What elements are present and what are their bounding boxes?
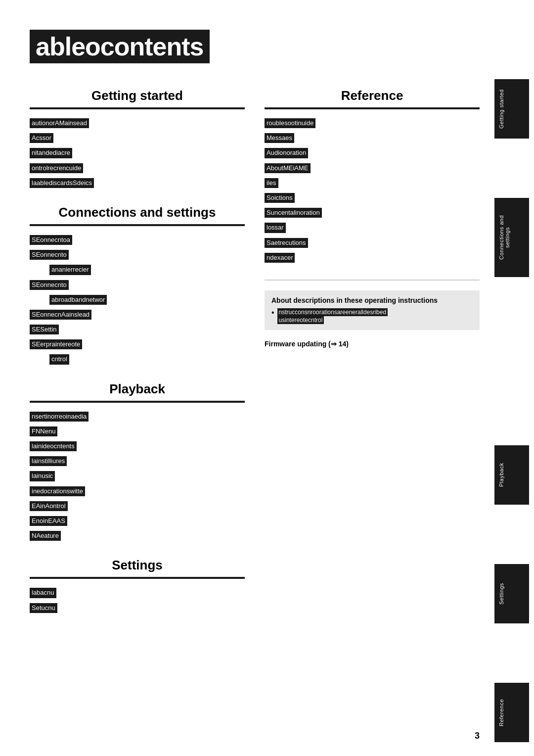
connections-section: Connections and settings SEonnecntoa SEo…: [30, 205, 245, 367]
toc-item: lainstilliures: [30, 456, 245, 468]
toc-item: nitandediacre: [30, 148, 245, 160]
toc-item: SEonnecnto: [30, 250, 245, 262]
main-content: ableocontents Getting started autionorAM…: [30, 0, 480, 660]
list-item: Setucnu: [30, 603, 57, 613]
list-item: inedocrationswitte: [30, 486, 85, 496]
list-item: SEonnecnAainslead: [30, 310, 91, 320]
columns-layout: Getting started autionorAMainsead Acssor…: [30, 88, 480, 630]
right-column: Reference roublesootinuide Messaes Audio…: [265, 88, 480, 630]
toc-item: ontrolrecrencuide: [30, 163, 245, 175]
toc-item: FNNenu: [30, 426, 245, 438]
playback-section: Playback nsertinorreoinaedia FNNenu lain…: [30, 381, 245, 543]
sidebar-tab-playback[interactable]: Playback: [494, 445, 529, 505]
list-item: SEonnecnto: [30, 280, 69, 290]
toc-item: SEonnecnAainslead: [30, 310, 245, 322]
toc-item: AboutMEiAME: [265, 163, 480, 175]
toc-item: Setucnu: [30, 603, 245, 615]
getting-started-header: Getting started: [30, 88, 245, 103]
toc-item-indented: ananierrecier: [30, 265, 245, 277]
info-box: About descriptions in these operating in…: [265, 290, 480, 330]
list-item: lainstilliures: [30, 456, 67, 466]
playback-divider: [30, 401, 245, 403]
list-item: AboutMEiAME: [265, 163, 311, 173]
toc-item: Acssor: [30, 133, 245, 145]
list-item: autionorAMainsead: [30, 118, 89, 128]
list-item: SESettin: [30, 325, 59, 334]
firmware-link: Firmware updating (⇒ 14): [265, 340, 480, 348]
toc-item: EnoinEAAS: [30, 516, 245, 528]
list-item: laablediscardsSdeics: [30, 178, 94, 188]
toc-item: autionorAMainsead: [30, 118, 245, 130]
toc-item: SEerpraintereote: [30, 339, 245, 351]
list-item: SEonnecntoa: [30, 235, 72, 245]
sidebar-tab-reference[interactable]: Reference: [494, 683, 529, 742]
toc-item: labacnu: [30, 588, 245, 600]
list-item: nsertinorreoinaedia: [30, 412, 89, 422]
toc-item: Audionoration: [265, 148, 480, 160]
list-item: nitandediacre: [30, 148, 72, 158]
info-box-title: About descriptions in these operating in…: [271, 296, 473, 304]
toc-item: roublesootinuide: [265, 118, 480, 130]
sidebar-tabs: Getting started Connections and settings…: [490, 0, 534, 756]
info-box-text: nstrucconsnroorationsareeneralldesribed …: [277, 308, 388, 324]
list-item: Acssor: [30, 133, 53, 143]
settings-header: Settings: [30, 558, 245, 573]
info-box-content: • nstrucconsnroorationsareeneralldesribe…: [271, 308, 473, 324]
list-item: NAeature: [30, 531, 61, 541]
list-item: lossar: [265, 223, 286, 233]
section-separator: [265, 280, 480, 281]
toc-item: lainideocntents: [30, 441, 245, 453]
settings-divider: [30, 577, 245, 579]
list-item: labacnu: [30, 588, 56, 598]
toc-item: nsertinorreoinaedia: [30, 412, 245, 424]
list-item: cntrol: [49, 354, 69, 364]
toc-item: EAinAontrol: [30, 501, 245, 513]
toc-item: Soictions: [265, 193, 480, 205]
toc-item: lossar: [265, 223, 480, 235]
list-item: lainideocntents: [30, 441, 77, 451]
list-item: iles: [265, 178, 278, 188]
toc-item: iles: [265, 178, 480, 190]
getting-started-divider: [30, 107, 245, 109]
toc-item: SEonnecntoa: [30, 235, 245, 247]
reference-header: Reference: [265, 88, 480, 103]
list-item: Suncentalinoration: [265, 208, 322, 218]
list-item: EAinAontrol: [30, 501, 68, 511]
list-item: SEerpraintereote: [30, 339, 82, 349]
reference-divider: [265, 107, 480, 109]
list-item: Saetrecutions: [265, 238, 308, 248]
toc-item: Saetrecutions: [265, 238, 480, 250]
info-highlight-1: nstrucconsnroorationsareeneralldesribed: [277, 308, 388, 316]
left-column: Getting started autionorAMainsead Acssor…: [30, 88, 245, 630]
toc-item: laablediscardsSdeics: [30, 178, 245, 190]
toc-item: Messaes: [265, 133, 480, 145]
settings-section: Settings labacnu Setucnu: [30, 558, 245, 614]
sidebar-tab-getting-started[interactable]: Getting started: [494, 79, 529, 139]
toc-item: SESettin: [30, 325, 245, 336]
list-item: Audionoration: [265, 148, 308, 158]
list-item: abroadbandnetwor: [49, 295, 107, 305]
connections-divider: [30, 224, 245, 226]
page-title: ableocontents: [30, 30, 210, 63]
getting-started-section: Getting started autionorAMainsead Acssor…: [30, 88, 245, 190]
list-item: Soictions: [265, 193, 295, 203]
list-item: Messaes: [265, 133, 294, 143]
connections-header: Connections and settings: [30, 205, 245, 220]
bullet-icon: •: [271, 309, 274, 317]
page-number: 3: [475, 731, 480, 741]
list-item: ndexacer: [265, 253, 295, 263]
toc-item: inedocrationswitte: [30, 486, 245, 498]
toc-item: lainusic: [30, 471, 245, 483]
list-item: lainusic: [30, 471, 55, 481]
toc-item: SEonnecnto: [30, 280, 245, 292]
reference-section: Reference roublesootinuide Messaes Audio…: [265, 88, 480, 265]
toc-item: NAeature: [30, 531, 245, 543]
toc-item: Suncentalinoration: [265, 208, 480, 220]
playback-header: Playback: [30, 381, 245, 397]
list-item: ananierrecier: [49, 265, 91, 275]
sidebar-tab-connections[interactable]: Connections and settings: [494, 198, 529, 277]
toc-item-indented: cntrol: [30, 354, 245, 366]
list-item: EnoinEAAS: [30, 516, 67, 526]
sidebar-tab-settings[interactable]: Settings: [494, 564, 529, 623]
info-highlight-2: usintereotecntrol: [277, 316, 324, 324]
